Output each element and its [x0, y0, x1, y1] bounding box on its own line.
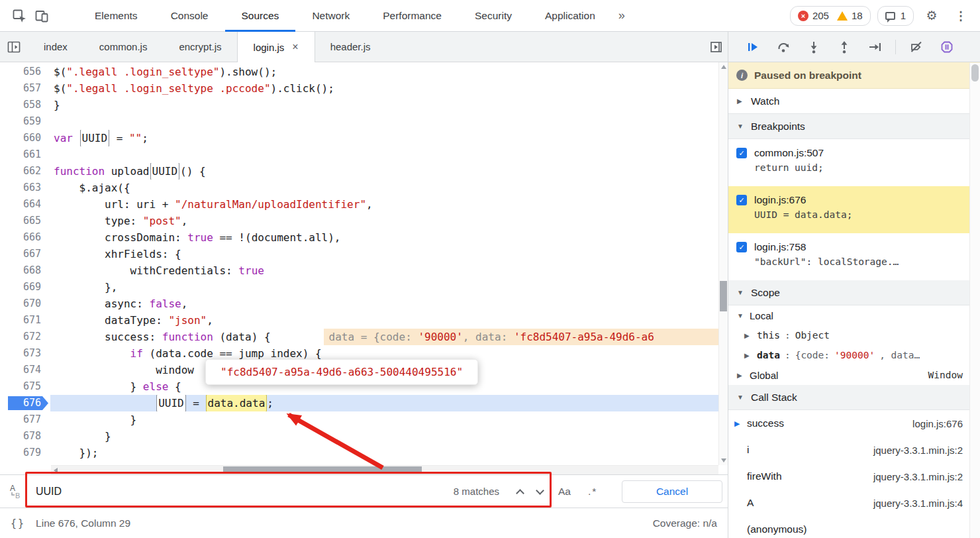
- gutter-line-number[interactable]: 678: [0, 428, 50, 445]
- code-line-text[interactable]: }: [50, 428, 728, 445]
- gutter-line-number[interactable]: 676: [0, 395, 50, 411]
- gutter-line-number[interactable]: 667: [0, 246, 50, 262]
- chevron-right-icon[interactable]: ▶: [744, 352, 752, 359]
- call-stack-frame[interactable]: ijquery-3.3.1.min.js:2: [728, 437, 980, 463]
- breakpoint-checkbox[interactable]: ✓: [736, 195, 747, 205]
- gutter-line-number[interactable]: 675: [0, 378, 50, 395]
- gutter-line-number[interactable]: 660: [0, 130, 50, 146]
- scope-variable-this[interactable]: ▶this: Object: [728, 325, 980, 345]
- console-status-pill[interactable]: × 205 18: [790, 6, 871, 26]
- scrollbar-thumb[interactable]: [971, 64, 979, 81]
- editor-vertical-scrollbar[interactable]: [718, 62, 728, 465]
- call-stack-frame[interactable]: fireWithjquery-3.3.1.min.js:2: [728, 463, 980, 490]
- close-tab-icon[interactable]: ×: [292, 41, 298, 53]
- code-line-text[interactable]: dataType: "json",: [50, 312, 728, 329]
- breakpoint-entry[interactable]: ✓login.js:758"backUrl": localStorage.…: [728, 233, 980, 280]
- scrollbar-thumb[interactable]: [223, 466, 422, 474]
- gutter-line-number[interactable]: 661: [0, 146, 50, 163]
- file-tab-index[interactable]: index: [28, 32, 83, 62]
- code-line-text[interactable]: xhrFields: {: [50, 246, 728, 262]
- step-out-button[interactable]: [833, 36, 856, 58]
- breakpoint-entry[interactable]: ✓login.js:676UUID = data.data;: [728, 186, 980, 233]
- overflow-menu-icon[interactable]: ⋮: [950, 5, 972, 27]
- section-call-stack[interactable]: ▼ Call Stack: [728, 385, 980, 410]
- step-button[interactable]: [863, 36, 886, 58]
- gutter-line-number[interactable]: 671: [0, 312, 50, 329]
- sidebar-scrollbar[interactable]: [969, 63, 980, 538]
- scope-variable-data[interactable]: ▶data: {code: '90000', data…: [728, 345, 980, 365]
- code-line-text[interactable]: });: [50, 445, 728, 461]
- tab-console[interactable]: Console: [154, 0, 225, 32]
- file-tab-login.js[interactable]: login.js×: [238, 32, 315, 62]
- gutter-line-number[interactable]: 668: [0, 262, 50, 279]
- cancel-button[interactable]: Cancel: [622, 480, 722, 503]
- gutter-line-number[interactable]: 677: [0, 411, 50, 428]
- section-scope[interactable]: ▼ Scope: [728, 280, 980, 305]
- gutter-line-number[interactable]: 657: [0, 80, 50, 97]
- code-line-text[interactable]: }: [50, 411, 728, 428]
- scope-global[interactable]: ▶ Global Window: [728, 365, 980, 385]
- call-stack-frame[interactable]: ▶successlogin.js:676: [728, 410, 980, 437]
- match-case-button[interactable]: Aa: [558, 486, 571, 498]
- gutter-line-number[interactable]: 670: [0, 296, 50, 312]
- step-into-button[interactable]: [803, 36, 825, 58]
- breakpoint-entry[interactable]: ✓common.js:507return uuid;: [728, 139, 980, 186]
- code-line-text[interactable]: async: false,: [50, 296, 728, 312]
- code-line-text[interactable]: success: function (data) {data = {code: …: [50, 329, 728, 345]
- inspect-icon[interactable]: [8, 5, 30, 27]
- search-input[interactable]: [36, 486, 447, 498]
- breakpoint-checkbox[interactable]: ✓: [736, 148, 747, 158]
- gutter-line-number[interactable]: 662: [0, 163, 50, 180]
- code-line-text[interactable]: var UUID = "";: [50, 130, 728, 146]
- gutter-line-number[interactable]: 664: [0, 196, 50, 213]
- tab-overflow-icon[interactable]: [705, 36, 728, 58]
- tab-application[interactable]: Application: [528, 0, 612, 32]
- tab-security[interactable]: Security: [458, 0, 528, 32]
- gutter-line-number[interactable]: 672: [0, 329, 50, 345]
- code-line-text[interactable]: [50, 146, 728, 163]
- scrollbar-thumb[interactable]: [720, 281, 727, 311]
- code-line-text[interactable]: function uploadUUID() {: [50, 163, 728, 180]
- code-line-text[interactable]: },: [50, 279, 728, 296]
- gutter-line-number[interactable]: 669: [0, 279, 50, 296]
- resume-button[interactable]: [742, 36, 764, 58]
- gutter-line-number[interactable]: 658: [0, 97, 50, 113]
- deactivate-breakpoints-button[interactable]: [905, 36, 928, 58]
- tab-network[interactable]: Network: [295, 0, 366, 32]
- code-line-text[interactable]: $.ajax({: [50, 180, 728, 196]
- call-stack-frame[interactable]: (anonymous): [728, 516, 980, 538]
- code-line-text[interactable]: type: "post",: [50, 213, 728, 229]
- pretty-print-icon[interactable]: {}: [11, 517, 25, 529]
- navigator-toggle-icon[interactable]: [3, 36, 25, 58]
- code-line-text[interactable]: url: uri + "/naturalMan/uploadIdentifier…: [50, 196, 728, 213]
- tab-elements[interactable]: Elements: [78, 0, 154, 32]
- file-tab-common.js[interactable]: common.js: [83, 32, 164, 62]
- scope-local[interactable]: ▼ Local: [728, 305, 980, 325]
- gutter-line-number[interactable]: 666: [0, 229, 50, 246]
- code-line-text[interactable]: $(".legall .login_seltype .pccode").clic…: [50, 80, 728, 97]
- code-line-text[interactable]: withCredentials: true: [50, 262, 728, 279]
- previous-match-button[interactable]: [510, 482, 530, 502]
- call-stack-frame[interactable]: Ajquery-3.3.1.min.js:4: [728, 490, 980, 516]
- gutter-line-number[interactable]: 679: [0, 445, 50, 461]
- code-line-text[interactable]: UUID = data.data;: [50, 395, 728, 411]
- file-tab-header.js[interactable]: header.js: [315, 32, 387, 62]
- issues-pill[interactable]: 1: [877, 6, 914, 26]
- settings-gear-icon[interactable]: ⚙: [920, 5, 943, 27]
- tab-performance[interactable]: Performance: [366, 0, 458, 32]
- breakpoint-checkbox[interactable]: ✓: [736, 242, 747, 252]
- section-breakpoints[interactable]: ▼ Breakpoints: [728, 114, 980, 139]
- file-tab-encrypt.js[interactable]: encrypt.js: [163, 32, 237, 62]
- device-toolbar-icon[interactable]: [30, 5, 53, 27]
- more-panels-icon[interactable]: »: [612, 9, 632, 23]
- code-line-text[interactable]: $(".legall .login_seltype").show();: [50, 64, 728, 80]
- section-watch[interactable]: ▶ Watch: [728, 89, 980, 114]
- gutter-line-number[interactable]: 656: [0, 64, 50, 80]
- replace-toggle-icon[interactable]: AB: [4, 480, 26, 503]
- pause-on-exceptions-button[interactable]: [936, 36, 958, 58]
- gutter-line-number[interactable]: 673: [0, 345, 50, 362]
- code-line-text[interactable]: [50, 113, 728, 130]
- code-line-text[interactable]: crossDomain: true == !(document.all),: [50, 229, 728, 246]
- regex-button[interactable]: .*: [588, 486, 597, 498]
- gutter-line-number[interactable]: 663: [0, 180, 50, 196]
